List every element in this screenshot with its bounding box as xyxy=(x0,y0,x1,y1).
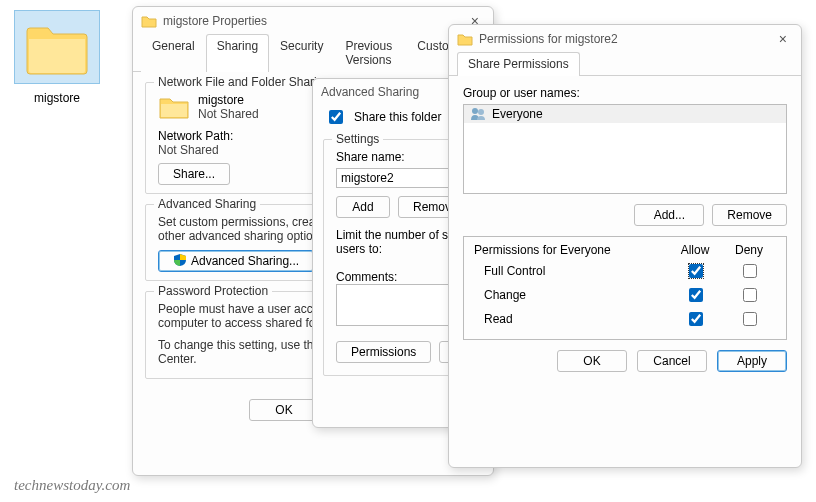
add-button[interactable]: Add xyxy=(336,196,390,218)
shield-icon xyxy=(173,253,187,267)
users-icon xyxy=(470,107,486,121)
advanced-sharing-button[interactable]: Advanced Sharing... xyxy=(158,250,314,272)
permissions-window: Permissions for migstore2 × Share Permis… xyxy=(448,24,802,468)
apply-button[interactable]: Apply xyxy=(717,350,787,372)
group-legend: Advanced Sharing xyxy=(154,197,260,211)
tab-security[interactable]: Security xyxy=(269,34,334,72)
permissions-button[interactable]: Permissions xyxy=(336,341,431,363)
share-status: Not Shared xyxy=(198,107,259,121)
allow-checkbox[interactable] xyxy=(689,288,703,302)
perm-name: Full Control xyxy=(474,264,668,278)
window-title: migstore Properties xyxy=(163,14,267,28)
group-legend: Settings xyxy=(332,132,383,146)
share-name: migstore xyxy=(198,93,259,107)
cancel-button[interactable]: Cancel xyxy=(637,350,707,372)
list-item-label: Everyone xyxy=(492,107,543,121)
titlebar: Permissions for migstore2 × xyxy=(449,25,801,51)
allow-checkbox[interactable] xyxy=(689,264,703,278)
group-legend: Password Protection xyxy=(154,284,272,298)
share-folder-label: Share this folder xyxy=(354,110,441,124)
advanced-sharing-label: Advanced Sharing... xyxy=(191,254,299,268)
table-row: Read xyxy=(474,309,776,329)
allow-checkbox[interactable] xyxy=(689,312,703,326)
table-row: Change xyxy=(474,285,776,305)
permissions-table: Permissions for Everyone Allow Deny Full… xyxy=(463,236,787,340)
group-listbox[interactable]: Everyone xyxy=(463,104,787,194)
folder-icon xyxy=(25,25,89,75)
share-folder-chk[interactable] xyxy=(329,110,343,124)
tab-share-permissions[interactable]: Share Permissions xyxy=(457,52,580,76)
tab-sharing[interactable]: Sharing xyxy=(206,34,269,72)
window-title: Advanced Sharing xyxy=(321,85,419,99)
remove-button[interactable]: Remove xyxy=(712,204,787,226)
ok-button[interactable]: OK xyxy=(557,350,627,372)
watermark: technewstoday.com xyxy=(14,477,130,494)
group-names-label: Group or user names: xyxy=(463,86,787,100)
perm-name: Change xyxy=(474,288,668,302)
share-button[interactable]: Share... xyxy=(158,163,230,185)
window-title: Permissions for migstore2 xyxy=(479,32,618,46)
dialog-buttons: OK Cancel Apply xyxy=(449,340,801,386)
close-icon[interactable]: × xyxy=(773,31,793,47)
deny-checkbox[interactable] xyxy=(743,288,757,302)
deny-checkbox[interactable] xyxy=(743,312,757,326)
tab-general[interactable]: General xyxy=(141,34,206,72)
list-item[interactable]: Everyone xyxy=(464,105,786,123)
deny-checkbox[interactable] xyxy=(743,264,757,278)
allow-header: Allow xyxy=(668,243,722,257)
deny-header: Deny xyxy=(722,243,776,257)
perm-name: Read xyxy=(474,312,668,326)
desktop-folder[interactable]: migstore xyxy=(12,10,102,105)
titlebar: migstore Properties × xyxy=(133,7,493,33)
svg-point-1 xyxy=(478,109,484,115)
tab-previous-versions[interactable]: Previous Versions xyxy=(334,34,406,72)
tabs: General Sharing Security Previous Versio… xyxy=(133,33,493,72)
folder-icon xyxy=(141,14,157,28)
desktop-folder-label: migstore xyxy=(12,91,102,105)
ok-button[interactable]: OK xyxy=(249,399,319,421)
svg-point-0 xyxy=(472,108,478,114)
folder-icon xyxy=(158,94,190,120)
perm-for-label: Permissions for Everyone xyxy=(474,243,668,257)
table-row: Full Control xyxy=(474,261,776,281)
add-button[interactable]: Add... xyxy=(634,204,704,226)
folder-icon xyxy=(457,32,473,46)
group-legend: Network File and Folder Sharing xyxy=(154,75,334,89)
